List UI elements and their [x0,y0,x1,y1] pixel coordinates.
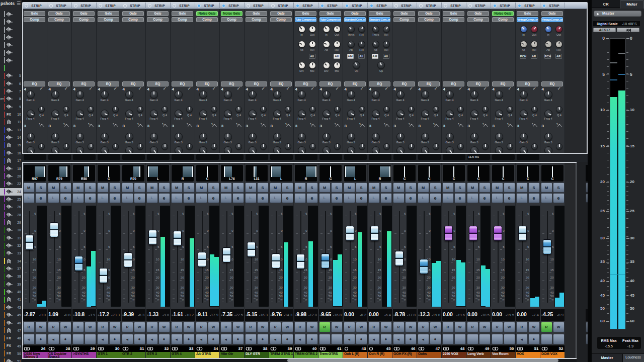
svg-text:5: 5 [507,123,509,126]
svg-text:5: 5 [162,123,164,126]
svg-text:5: 5 [39,123,40,126]
svg-text:5: 5 [482,123,484,126]
svg-text:5: 5 [113,123,114,126]
svg-text:5: 5 [384,123,385,126]
svg-text:5: 5 [359,123,361,126]
svg-text:5: 5 [261,123,262,126]
svg-text:5: 5 [285,123,287,126]
svg-text:5: 5 [458,123,459,126]
svg-text:5: 5 [88,123,90,126]
svg-text:5: 5 [187,123,188,126]
svg-text:5: 5 [556,123,558,126]
svg-text:5: 5 [433,123,435,126]
svg-text:5: 5 [532,123,533,126]
svg-text:5: 5 [409,123,410,126]
svg-text:5: 5 [310,123,311,126]
svg-text:5: 5 [137,123,139,126]
svg-text:5: 5 [211,123,213,126]
svg-text:5: 5 [63,123,65,126]
svg-text:5: 5 [236,123,237,126]
svg-text:5: 5 [335,123,336,126]
